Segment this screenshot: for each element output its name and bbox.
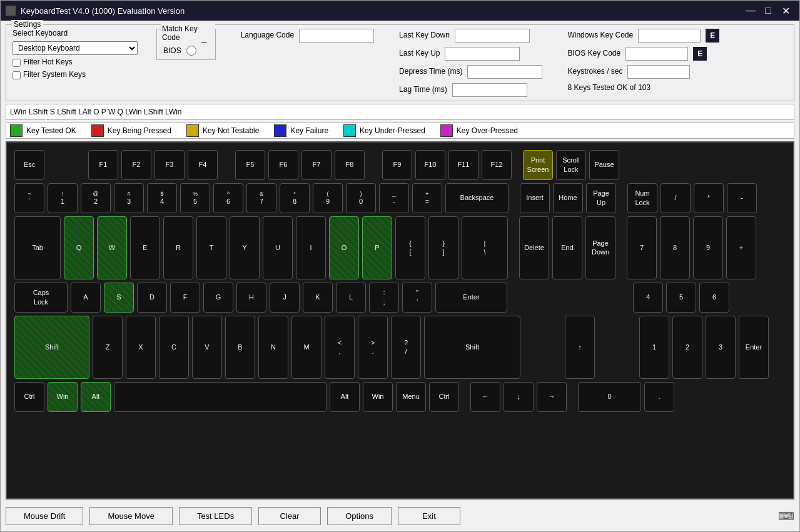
key-page-down[interactable]: PageDown [585, 216, 615, 279]
key-v[interactable]: V [192, 316, 222, 379]
key-down-arrow[interactable]: ↓ [504, 382, 534, 412]
key-numpad-2[interactable]: 2 [672, 316, 702, 379]
key-f8[interactable]: F8 [335, 150, 365, 180]
key-numpad-4[interactable]: 4 [633, 283, 663, 313]
key-backtick[interactable]: ~` [14, 183, 44, 213]
key-tab[interactable]: Tab [14, 216, 61, 279]
key-2[interactable]: @2 [81, 183, 111, 213]
key-left-ctrl[interactable]: Ctrl [14, 382, 44, 412]
keyboard-select[interactable]: Desktop Keyboard Laptop Keyboard [13, 41, 138, 55]
key-up-arrow[interactable]: ↑ [565, 316, 595, 379]
filter-system-keys-checkbox[interactable] [13, 71, 21, 79]
key-l[interactable]: L [336, 283, 366, 313]
key-o[interactable]: O [329, 216, 359, 279]
key-f12[interactable]: F12 [482, 150, 512, 180]
key-enter[interactable]: Enter [435, 283, 507, 313]
mouse-move-button[interactable]: Mouse Move [89, 507, 172, 525]
key-f1[interactable]: F1 [88, 150, 118, 180]
key-numpad-1[interactable]: 1 [639, 316, 669, 379]
key-numpad-enter[interactable]: Enter [739, 316, 769, 379]
key-menu[interactable]: Menu [396, 382, 426, 412]
key-y[interactable]: Y [230, 216, 260, 279]
key-q[interactable]: Q [64, 216, 94, 279]
key-pause[interactable]: Pause [589, 150, 619, 180]
key-s[interactable]: S [104, 283, 134, 313]
restore-button[interactable]: □ [759, 2, 777, 19]
key-spacebar[interactable] [114, 382, 327, 412]
key-3[interactable]: #3 [114, 183, 144, 213]
key-z[interactable]: Z [93, 316, 123, 379]
exit-button[interactable]: Exit [398, 507, 460, 525]
key-n[interactable]: N [258, 316, 288, 379]
key-m[interactable]: M [291, 316, 322, 379]
filter-hot-keys-checkbox[interactable] [13, 59, 21, 67]
key-6[interactable]: ^6 [213, 183, 243, 213]
key-numpad-multiply[interactable]: * [694, 183, 724, 213]
key-p[interactable]: P [362, 216, 392, 279]
key-a[interactable]: A [71, 283, 101, 313]
close-button[interactable]: ✕ [777, 2, 794, 19]
key-4[interactable]: $4 [147, 183, 177, 213]
key-numpad-minus[interactable]: - [727, 183, 757, 213]
key-right-shift[interactable]: Shift [424, 316, 520, 379]
key-f[interactable]: F [170, 283, 200, 313]
key-minus[interactable]: _- [379, 183, 409, 213]
key-esc[interactable]: Esc [14, 150, 44, 180]
key-9[interactable]: (9 [313, 183, 343, 213]
key-right-win[interactable]: Win [363, 382, 393, 412]
key-backslash[interactable]: |\ [462, 216, 508, 279]
key-home[interactable]: Home [553, 183, 583, 213]
key-left-bracket[interactable]: {[ [395, 216, 425, 279]
key-numpad-6[interactable]: 6 [699, 283, 729, 313]
key-left-arrow[interactable]: ← [470, 382, 500, 412]
clear-button[interactable]: Clear [258, 507, 321, 525]
key-right-ctrl[interactable]: Ctrl [429, 382, 459, 412]
key-numpad-0[interactable]: 0 [578, 382, 641, 412]
key-numpad-decimal[interactable]: . [644, 382, 674, 412]
key-e[interactable]: E [130, 216, 160, 279]
key-g[interactable]: G [203, 283, 233, 313]
key-print-screen[interactable]: PrintScreen [523, 150, 553, 180]
key-f2[interactable]: F2 [121, 150, 151, 180]
key-f3[interactable]: F3 [154, 150, 185, 180]
key-numpad-5[interactable]: 5 [666, 283, 696, 313]
key-right-alt[interactable]: Alt [330, 382, 360, 412]
key-caps-lock[interactable]: CapsLock [14, 283, 68, 313]
key-numpad-slash[interactable]: / [661, 183, 691, 213]
key-f9[interactable]: F9 [382, 150, 412, 180]
key-scroll-lock[interactable]: ScrollLock [556, 150, 586, 180]
key-w[interactable]: W [97, 216, 127, 279]
key-num-lock[interactable]: NumLock [627, 183, 657, 213]
key-f11[interactable]: F11 [448, 150, 478, 180]
key-5[interactable]: %5 [180, 183, 210, 213]
key-f7[interactable]: F7 [301, 150, 332, 180]
key-period[interactable]: >. [358, 316, 388, 379]
language-code-input[interactable]: 00000409 [299, 29, 374, 43]
key-b[interactable]: B [225, 316, 255, 379]
key-backspace[interactable]: Backspace [445, 183, 509, 213]
key-insert[interactable]: Insert [520, 183, 550, 213]
bios-radio[interactable] [186, 46, 196, 56]
key-r[interactable]: R [163, 216, 193, 279]
mouse-drift-button[interactable]: Mouse Drift [6, 507, 83, 525]
key-left-alt[interactable]: Alt [81, 382, 111, 412]
key-c[interactable]: C [159, 316, 189, 379]
test-leds-button[interactable]: Test LEDs [179, 507, 252, 525]
key-i[interactable]: I [296, 216, 326, 279]
key-x[interactable]: X [126, 316, 156, 379]
key-j[interactable]: J [270, 283, 300, 313]
key-page-up[interactable]: PageUp [586, 183, 616, 213]
key-f10[interactable]: F10 [415, 150, 445, 180]
key-f5[interactable]: F5 [235, 150, 265, 180]
key-h[interactable]: H [236, 283, 266, 313]
key-u[interactable]: U [263, 216, 293, 279]
key-numpad-7[interactable]: 7 [627, 216, 657, 279]
key-right-arrow[interactable]: → [537, 382, 567, 412]
key-0[interactable]: )0 [346, 183, 376, 213]
key-t[interactable]: T [196, 216, 226, 279]
key-numpad-3[interactable]: 3 [706, 316, 736, 379]
key-f4[interactable]: F4 [188, 150, 218, 180]
options-button[interactable]: Options [327, 507, 392, 525]
key-quote[interactable]: "' [402, 283, 432, 313]
key-d[interactable]: D [137, 283, 167, 313]
